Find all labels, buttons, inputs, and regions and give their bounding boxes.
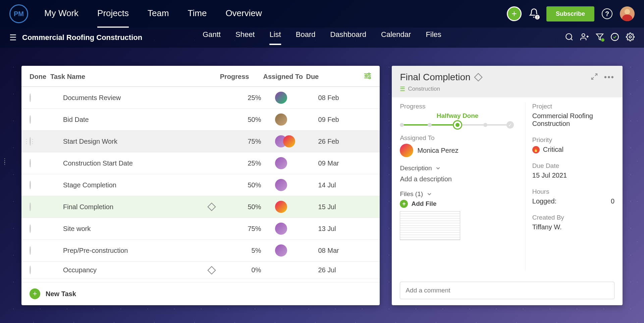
task-row[interactable]: Final Completion50%15 Jul — [21, 196, 380, 218]
add-button[interactable] — [507, 6, 522, 21]
task-assignees[interactable] — [261, 157, 318, 169]
check-circle-icon[interactable] — [610, 33, 619, 43]
tab-list[interactable]: List — [269, 30, 281, 45]
add-person-icon[interactable] — [580, 33, 589, 43]
help-button[interactable]: ? — [602, 8, 612, 19]
progress-status-text: Halfway Done — [400, 112, 515, 120]
done-checkbox[interactable] — [30, 93, 31, 102]
description-input[interactable]: Add a description — [400, 175, 515, 183]
hours-field: Hours Logged: 0 — [532, 188, 614, 205]
task-progress: 0% — [221, 266, 261, 274]
task-due: 08 Feb — [318, 94, 372, 102]
breadcrumb[interactable]: ☰ Construction — [400, 85, 614, 93]
list-settings-icon[interactable] — [364, 73, 372, 81]
task-name: Site work — [63, 225, 91, 233]
view-tabs: GanttSheetListBoardDashboardCalendarFile… — [203, 30, 441, 45]
chevron-down-icon — [426, 191, 432, 197]
done-checkbox[interactable] — [30, 181, 31, 189]
svg-line-1 — [571, 39, 573, 40]
task-row[interactable]: Occupancy0%26 Jul — [21, 262, 380, 279]
comment-input[interactable] — [400, 282, 614, 299]
menu-icon[interactable]: ☰ — [9, 33, 17, 42]
user-avatar[interactable] — [620, 6, 635, 21]
task-row[interactable]: Documents Review25%08 Feb — [21, 87, 380, 109]
done-checkbox[interactable] — [30, 202, 31, 211]
task-row[interactable]: Bid Date50%09 Feb — [21, 109, 380, 131]
task-assignees[interactable] — [261, 201, 318, 213]
expand-icon[interactable] — [591, 73, 598, 82]
task-row[interactable]: Site work75%13 Jul — [21, 218, 380, 240]
task-assignees[interactable] — [261, 223, 318, 235]
more-icon[interactable]: ••• — [604, 73, 614, 82]
nav-overview[interactable]: Overview — [225, 8, 262, 28]
task-assignees[interactable] — [261, 113, 318, 126]
task-row[interactable]: Prep/Pre-construction5%08 Mar — [21, 240, 380, 262]
file-thumbnail[interactable] — [400, 211, 460, 240]
done-checkbox[interactable] — [30, 224, 31, 233]
tab-gantt[interactable]: Gantt — [203, 30, 221, 45]
task-list-body: Documents Review25%08 FebBid Date50%09 F… — [21, 87, 380, 282]
task-name: Bid Date — [63, 116, 89, 124]
logo[interactable]: PM — [9, 4, 28, 23]
task-list-panel: Done Task Name Progress Assigned To Due … — [21, 66, 380, 305]
nav-projects[interactable]: Projects — [97, 8, 129, 28]
tab-calendar[interactable]: Calendar — [381, 30, 411, 45]
task-row[interactable]: Construction Start Date25%09 Mar — [21, 152, 380, 174]
svg-point-11 — [368, 73, 370, 75]
list-icon: ☰ — [400, 85, 405, 93]
task-progress: 75% — [221, 225, 261, 233]
detail-title: Final Completion — [400, 72, 470, 83]
gear-icon[interactable] — [626, 33, 635, 43]
description-toggle[interactable]: Description — [400, 165, 515, 172]
task-progress: 25% — [221, 159, 261, 167]
tab-files[interactable]: Files — [426, 30, 441, 45]
tab-board[interactable]: Board — [296, 30, 316, 45]
tab-dashboard[interactable]: Dashboard — [330, 30, 366, 45]
task-list-header: Done Task Name Progress Assigned To Due — [21, 66, 380, 87]
nav-my-work[interactable]: My Work — [44, 8, 78, 28]
priority-value: Critical — [543, 146, 564, 153]
task-progress: 50% — [221, 203, 261, 211]
files-toggle[interactable]: Files (1) — [400, 190, 515, 198]
assignee-avatar — [275, 157, 287, 169]
task-due: 26 Feb — [318, 138, 372, 145]
task-row[interactable]: Stage Completion50%14 Jul — [21, 174, 380, 196]
task-assignees[interactable] — [261, 244, 318, 257]
priority-value-row[interactable]: 🔥 Critical — [532, 146, 614, 153]
detail-left-column: Progress Halfway Done ✓ Assigned To Moni — [400, 103, 515, 270]
progress-handle[interactable] — [453, 120, 462, 130]
due-date-value[interactable]: 15 Jul 2021 — [532, 172, 614, 179]
nav-team[interactable]: Team — [148, 8, 169, 28]
tab-sheet[interactable]: Sheet — [235, 30, 255, 45]
assignee-row[interactable]: Monica Perez — [400, 144, 515, 157]
done-checkbox[interactable] — [30, 246, 31, 255]
progress-slider[interactable]: ✓ — [402, 123, 513, 127]
task-progress: 5% — [221, 247, 261, 255]
notifications-button[interactable]: 2 — [529, 8, 539, 19]
column-assigned: Assigned To — [249, 73, 306, 81]
add-file-button[interactable]: + Add File — [400, 200, 515, 208]
column-name: Task Name — [50, 73, 209, 81]
filter-icon[interactable] — [596, 33, 604, 42]
task-assignees[interactable] — [261, 135, 318, 147]
search-icon[interactable] — [565, 33, 574, 43]
task-assignees[interactable] — [261, 92, 318, 104]
drag-handle-icon[interactable]: ⋮⋮ — [23, 138, 28, 145]
done-checkbox[interactable] — [30, 115, 31, 124]
task-assignees[interactable] — [261, 179, 318, 191]
hours-label: Hours — [532, 188, 614, 195]
subscribe-button[interactable]: Subscribe — [546, 6, 594, 21]
detail-right-column: Project Commercial Roofing Construction … — [525, 103, 614, 270]
task-name: Construction Start Date — [63, 159, 133, 167]
done-checkbox[interactable] — [30, 266, 31, 274]
task-progress: 75% — [221, 138, 261, 145]
done-checkbox[interactable] — [30, 159, 31, 168]
nav-time[interactable]: Time — [188, 8, 207, 28]
hours-logged-label: Logged: — [532, 197, 556, 205]
main-nav: My WorkProjectsTeamTimeOverview — [44, 8, 262, 20]
task-row[interactable]: ⋮⋮Start Design Work75%26 Feb — [21, 131, 380, 152]
project-value: Commercial Roofing Construction — [532, 112, 614, 128]
critical-icon: 🔥 — [532, 146, 540, 153]
task-progress: 50% — [221, 116, 261, 124]
new-task-button[interactable]: + New Task — [21, 282, 380, 305]
